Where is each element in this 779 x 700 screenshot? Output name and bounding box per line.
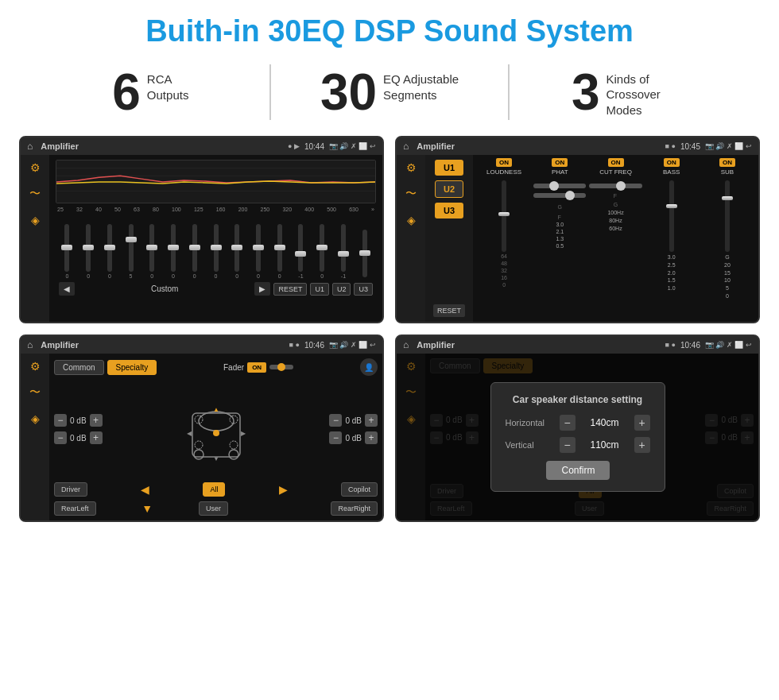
svg-point-12 — [230, 441, 238, 449]
eq-slider-4[interactable]: 5 — [121, 224, 141, 279]
fader-content: ⚙ 〜 ◈ Common Specialty Fader ON — [21, 354, 382, 520]
tab-specialty[interactable]: Specialty — [107, 360, 157, 375]
fader-sidebar-icon-1[interactable]: ⚙ — [30, 360, 41, 373]
distance-dialog: Car speaker distance setting Horizontal … — [490, 382, 665, 492]
db-plus-left-bottom[interactable]: + — [90, 431, 103, 444]
loudness-on-badge[interactable]: ON — [496, 158, 512, 167]
app-title-4: Amplifier — [417, 340, 660, 350]
horizontal-value: 140cm — [579, 417, 631, 428]
vertical-minus[interactable]: − — [560, 437, 576, 453]
time-1: 10:44 — [304, 142, 324, 151]
home-icon-3[interactable]: ⌂ — [27, 339, 33, 350]
bass-on-badge[interactable]: ON — [664, 158, 680, 167]
freq-32: 32 — [76, 207, 83, 212]
eq-slider-15[interactable] — [355, 230, 374, 279]
eq-sidebar-icon-1[interactable]: ⚙ — [30, 161, 41, 174]
db-plus-right-bottom[interactable]: + — [365, 431, 378, 444]
horizontal-plus[interactable]: + — [634, 415, 650, 431]
eq-sliders: 0 0 0 5 0 — [56, 215, 376, 279]
fader-on-btn[interactable]: ON — [247, 362, 266, 373]
amp2-u2-btn[interactable]: U2 — [435, 180, 463, 198]
db-minus-left-top[interactable]: − — [54, 414, 67, 427]
eq-slider-2[interactable]: 0 — [79, 224, 99, 279]
eq-slider-3[interactable]: 0 — [99, 224, 119, 279]
eq-slider-12[interactable]: -1 — [291, 224, 311, 279]
arrow-down-btn[interactable]: ▼ — [141, 502, 153, 515]
freq-50: 50 — [114, 207, 121, 212]
stat-crossover: 3 Kinds ofCrossover Modes — [525, 67, 731, 118]
svg-point-8 — [229, 450, 238, 459]
horizontal-minus[interactable]: − — [560, 415, 576, 431]
eq-slider-9[interactable]: 0 — [227, 224, 247, 279]
fader-sidebar-icon-2[interactable]: 〜 — [29, 385, 41, 400]
vertical-plus[interactable]: + — [634, 437, 650, 453]
stat-eq: 30 EQ AdjustableSegments — [287, 67, 493, 118]
fader-sidebar-icon-3[interactable]: ◈ — [31, 412, 40, 425]
eq-slider-1[interactable]: 0 — [57, 224, 77, 279]
eq-u2-btn[interactable]: U2 — [332, 283, 351, 296]
copilot-btn[interactable]: Copilot — [341, 482, 378, 497]
amp2-sidebar-icon-3[interactable]: ◈ — [407, 214, 416, 226]
cutfreq-on-badge[interactable]: ON — [608, 158, 624, 167]
dialog-vertical-row: Vertical − 110cm + — [506, 437, 650, 453]
home-icon[interactable]: ⌂ — [27, 141, 33, 152]
freq-125: 125 — [194, 207, 203, 212]
driver-btn[interactable]: Driver — [54, 482, 87, 497]
eq-preset-label: Custom — [78, 284, 251, 293]
phat-on-badge[interactable]: ON — [552, 158, 568, 167]
eq-prev-btn[interactable]: ◀ — [59, 282, 75, 296]
eq-u1-btn[interactable]: U1 — [310, 283, 329, 296]
eq-slider-6[interactable]: 0 — [164, 224, 184, 279]
freq-25: 25 — [57, 207, 64, 212]
eq-slider-11[interactable]: 0 — [269, 224, 289, 279]
eq-slider-8[interactable]: 0 — [206, 224, 226, 279]
db-minus-right-bottom[interactable]: − — [329, 431, 342, 444]
rearright-btn[interactable]: RearRight — [331, 501, 378, 516]
eq-slider-10[interactable]: 0 — [249, 224, 269, 279]
eq-slider-14[interactable]: -1 — [334, 224, 354, 279]
eq-slider-13[interactable]: 0 — [312, 224, 332, 279]
eq-next-btn[interactable]: ▶ — [254, 282, 270, 296]
eq-slider-7[interactable]: 0 — [184, 224, 204, 279]
db-minus-right-top[interactable]: − — [329, 414, 342, 427]
eq-sidebar-icon-2[interactable]: 〜 — [29, 187, 41, 201]
eq-sidebar-icon-3[interactable]: ◈ — [31, 214, 40, 226]
db-minus-left-bottom[interactable]: − — [54, 431, 67, 444]
dialog-content: ⚙ 〜 ◈ Common Specialty −0 dB+ −0 dB+ — [397, 354, 758, 520]
arrow-right-btn[interactable]: ▶ — [279, 483, 288, 496]
db-control-right-bottom: − 0 dB + — [329, 431, 378, 444]
user-btn[interactable]: User — [199, 501, 228, 516]
stats-row: 6 RCAOutputs 30 EQ AdjustableSegments 3 … — [0, 56, 779, 133]
db-value-right-bottom: 0 dB — [345, 434, 362, 443]
loudness-label: LOUDNESS — [486, 168, 521, 176]
amp2-sidebar-icon-2[interactable]: 〜 — [405, 187, 417, 201]
car-svg: ▲ ▼ ◀ ▶ — [184, 389, 248, 469]
sub-on-badge[interactable]: ON — [719, 158, 735, 167]
eq-u3-btn[interactable]: U3 — [354, 283, 373, 296]
rearleft-btn[interactable]: RearLeft — [54, 501, 96, 516]
home-icon-2[interactable]: ⌂ — [403, 141, 409, 152]
eq-graph — [56, 160, 376, 203]
freq-more[interactable]: » — [371, 207, 374, 212]
db-plus-left-top[interactable]: + — [90, 414, 103, 427]
amp2-reset-btn[interactable]: RESET — [433, 304, 465, 317]
confirm-button[interactable]: Confirm — [546, 461, 610, 480]
eq-reset-btn[interactable]: RESET — [273, 283, 307, 296]
dialog-title: Car speaker distance setting — [506, 394, 650, 405]
amp2-u1-btn[interactable]: U1 — [435, 160, 463, 176]
bass-label: BASS — [663, 168, 680, 176]
all-btn[interactable]: All — [203, 482, 225, 497]
amp2-sidebar-icon-1[interactable]: ⚙ — [406, 161, 417, 174]
stat-divider-1 — [269, 64, 271, 120]
sub-label: SUB — [721, 168, 734, 176]
amp2-u3-btn[interactable]: U3 — [435, 203, 463, 219]
arrow-left-btn[interactable]: ◀ — [141, 483, 149, 496]
eq-slider-5[interactable]: 0 — [142, 224, 162, 279]
settings-icon[interactable]: 👤 — [360, 358, 378, 376]
home-icon-4[interactable]: ⌂ — [403, 339, 409, 350]
tab-common[interactable]: Common — [54, 360, 104, 375]
db-plus-right-top[interactable]: + — [365, 414, 378, 427]
status-bar-3: ⌂ Amplifier ■ ● 10:46 📷 🔊 ✗ ⬜ ↩ — [21, 336, 382, 354]
time-4: 10:46 — [680, 341, 700, 350]
page-title: Buith-in 30EQ DSP Sound System — [0, 0, 779, 56]
